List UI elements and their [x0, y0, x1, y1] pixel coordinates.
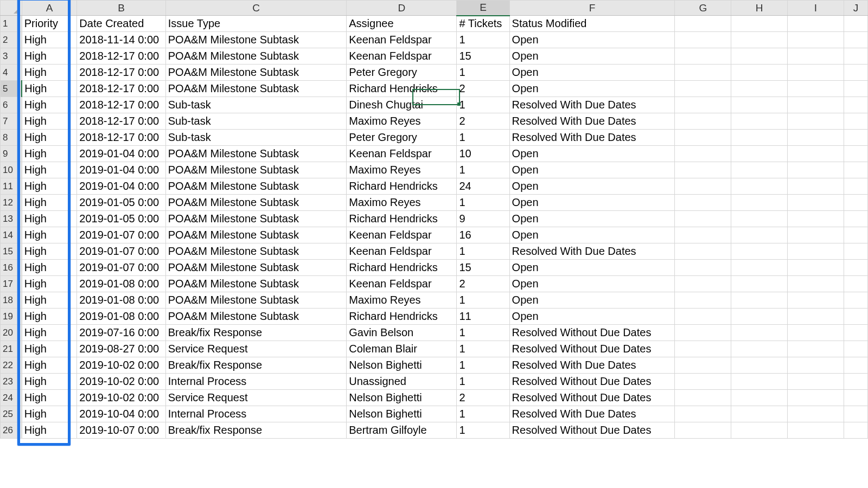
- cell-G3[interactable]: [675, 48, 731, 65]
- cell-J8[interactable]: [844, 130, 867, 146]
- cell-D3[interactable]: Keenan Feldspar: [347, 48, 457, 65]
- cell-J13[interactable]: [844, 211, 867, 227]
- cell-C24[interactable]: Service Request: [165, 390, 346, 406]
- cell-C13[interactable]: POA&M Milestone Subtask: [165, 211, 346, 227]
- col-header-A[interactable]: A: [22, 1, 77, 16]
- cell-D24[interactable]: Nelson Bighetti: [347, 390, 457, 406]
- cell-D2[interactable]: Keenan Feldspar: [347, 32, 457, 48]
- col-header-J[interactable]: J: [844, 1, 867, 16]
- cell-C12[interactable]: POA&M Milestone Subtask: [165, 195, 346, 211]
- cell-B21[interactable]: 2019-08-27 0:00: [77, 341, 165, 357]
- row-header-20[interactable]: 20: [1, 325, 22, 341]
- cell-C25[interactable]: Internal Process: [165, 406, 346, 422]
- cell-D19[interactable]: Richard Hendricks: [347, 309, 457, 325]
- cell-A13[interactable]: High: [22, 211, 77, 227]
- cell-A26[interactable]: High: [22, 422, 77, 439]
- cell-A20[interactable]: High: [22, 325, 77, 341]
- row-header-24[interactable]: 24: [1, 390, 22, 406]
- cell-E21[interactable]: 1: [457, 341, 509, 357]
- cell-B13[interactable]: 2019-01-05 0:00: [77, 211, 165, 227]
- cell-J16[interactable]: [844, 260, 867, 276]
- cell-C9[interactable]: POA&M Milestone Subtask: [165, 146, 346, 162]
- cell-F16[interactable]: Open: [509, 260, 675, 276]
- cell-J24[interactable]: [844, 390, 867, 406]
- col-header-I[interactable]: I: [787, 1, 844, 16]
- cell-F3[interactable]: Open: [509, 48, 675, 65]
- cell-B8[interactable]: 2018-12-17 0:00: [77, 130, 165, 146]
- cell-C22[interactable]: Break/fix Response: [165, 357, 346, 374]
- cell-B14[interactable]: 2019-01-07 0:00: [77, 227, 165, 243]
- cell-C18[interactable]: POA&M Milestone Subtask: [165, 292, 346, 309]
- cell-H8[interactable]: [731, 130, 788, 146]
- col-header-F[interactable]: F: [509, 1, 675, 16]
- cell-H15[interactable]: [731, 243, 788, 260]
- cell-A18[interactable]: High: [22, 292, 77, 309]
- cell-D8[interactable]: Peter Gregory: [347, 130, 457, 146]
- cell-B20[interactable]: 2019-07-16 0:00: [77, 325, 165, 341]
- cell-J3[interactable]: [844, 48, 867, 65]
- cell-B6[interactable]: 2018-12-17 0:00: [77, 97, 165, 113]
- cell-G9[interactable]: [675, 146, 731, 162]
- row-header-1[interactable]: 1: [1, 16, 22, 32]
- cell-J18[interactable]: [844, 292, 867, 309]
- cell-E24[interactable]: 2: [457, 390, 509, 406]
- cell-F2[interactable]: Open: [509, 32, 675, 48]
- cell-J20[interactable]: [844, 325, 867, 341]
- row-header-2[interactable]: 2: [1, 32, 22, 48]
- cell-D20[interactable]: Gavin Belson: [347, 325, 457, 341]
- cell-H16[interactable]: [731, 260, 788, 276]
- cell-F26[interactable]: Resolved Without Due Dates: [509, 422, 675, 439]
- cell-H5[interactable]: [731, 81, 788, 97]
- cell-B26[interactable]: 2019-10-07 0:00: [77, 422, 165, 439]
- cell-B2[interactable]: 2018-11-14 0:00: [77, 32, 165, 48]
- cell-A2[interactable]: High: [22, 32, 77, 48]
- cell-F25[interactable]: Resolved With Due Dates: [509, 406, 675, 422]
- cell-G14[interactable]: [675, 227, 731, 243]
- cell-C16[interactable]: POA&M Milestone Subtask: [165, 260, 346, 276]
- cell-C20[interactable]: Break/fix Response: [165, 325, 346, 341]
- cell-A7[interactable]: High: [22, 113, 77, 130]
- cell-H25[interactable]: [731, 406, 788, 422]
- cell-I12[interactable]: [787, 195, 844, 211]
- cell-C3[interactable]: POA&M Milestone Subtask: [165, 48, 346, 65]
- col-header-B[interactable]: B: [77, 1, 165, 16]
- row-header-18[interactable]: 18: [1, 292, 22, 309]
- cell-H17[interactable]: [731, 276, 788, 292]
- cell-J23[interactable]: [844, 374, 867, 390]
- cell-J2[interactable]: [844, 32, 867, 48]
- cell-G2[interactable]: [675, 32, 731, 48]
- cell-E17[interactable]: 2: [457, 276, 509, 292]
- cell-I25[interactable]: [787, 406, 844, 422]
- row-header-3[interactable]: 3: [1, 48, 22, 65]
- cell-B12[interactable]: 2019-01-05 0:00: [77, 195, 165, 211]
- cell-D23[interactable]: Unassigned: [347, 374, 457, 390]
- cell-C2[interactable]: POA&M Milestone Subtask: [165, 32, 346, 48]
- cell-B23[interactable]: 2019-10-02 0:00: [77, 374, 165, 390]
- cell-C8[interactable]: Sub-task: [165, 130, 346, 146]
- cell-D10[interactable]: Maximo Reyes: [347, 162, 457, 178]
- cell-C21[interactable]: Service Request: [165, 341, 346, 357]
- cell-A12[interactable]: High: [22, 195, 77, 211]
- cell-I11[interactable]: [787, 178, 844, 195]
- cell-G10[interactable]: [675, 162, 731, 178]
- cell-I9[interactable]: [787, 146, 844, 162]
- row-header-7[interactable]: 7: [1, 113, 22, 130]
- cell-B5[interactable]: 2018-12-17 0:00: [77, 81, 165, 97]
- cell-B1[interactable]: Date Created: [77, 16, 165, 32]
- cell-J19[interactable]: [844, 309, 867, 325]
- cell-E13[interactable]: 9: [457, 211, 509, 227]
- cell-G18[interactable]: [675, 292, 731, 309]
- cell-B4[interactable]: 2018-12-17 0:00: [77, 65, 165, 81]
- cell-H1[interactable]: [731, 16, 788, 32]
- cell-A15[interactable]: High: [22, 243, 77, 260]
- cell-H12[interactable]: [731, 195, 788, 211]
- cell-F17[interactable]: Open: [509, 276, 675, 292]
- cell-G19[interactable]: [675, 309, 731, 325]
- cell-J11[interactable]: [844, 178, 867, 195]
- row-header-17[interactable]: 17: [1, 276, 22, 292]
- cell-I6[interactable]: [787, 97, 844, 113]
- cell-D12[interactable]: Maximo Reyes: [347, 195, 457, 211]
- cell-E7[interactable]: 2: [457, 113, 509, 130]
- cell-I13[interactable]: [787, 211, 844, 227]
- cell-A21[interactable]: High: [22, 341, 77, 357]
